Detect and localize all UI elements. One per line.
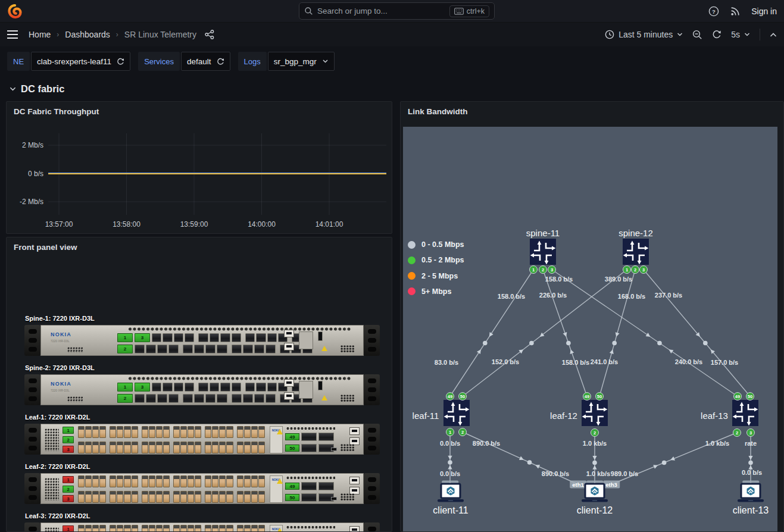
front-panel-device: Spine-2: 7220 IXR-D3LNOKIA7220 IXR-D3L13… <box>24 364 382 405</box>
panel-title[interactable]: DC Fabric Throughput <box>14 107 99 116</box>
client-node[interactable] <box>735 483 766 506</box>
link-midpoint-dot <box>703 341 708 346</box>
qsfp-port <box>183 345 193 353</box>
client-label: client-13 <box>733 505 769 516</box>
panel-title[interactable]: Front panel view <box>14 243 77 252</box>
copper-port <box>244 491 251 503</box>
copper-port <box>237 442 243 453</box>
copper-port <box>117 426 123 438</box>
copper-port <box>99 426 106 438</box>
router-node[interactable] <box>443 400 470 428</box>
switch-dots <box>45 478 59 500</box>
port-badge: 49 <box>583 392 591 400</box>
qsfp-port <box>174 383 183 392</box>
mgmt-port-column <box>284 379 294 400</box>
copper-port <box>251 491 258 503</box>
collapse-chevron-up-icon[interactable] <box>770 32 777 37</box>
router-node[interactable] <box>582 400 608 428</box>
copper-port <box>258 525 265 532</box>
topology-link <box>644 270 750 396</box>
qsfp-port <box>198 383 208 392</box>
router-node[interactable] <box>732 400 758 428</box>
rack-ear <box>24 473 40 504</box>
qsfp-port <box>168 394 179 403</box>
qsfp-port <box>152 333 161 342</box>
link-midpoint-dot <box>566 341 571 346</box>
client-node[interactable] <box>435 483 466 506</box>
port-badge: 2 <box>733 428 741 437</box>
share-icon[interactable] <box>205 30 214 39</box>
panel-title[interactable]: Link Bandwidth <box>408 107 468 116</box>
variable-value-text: default <box>187 57 211 66</box>
help-icon[interactable]: ? <box>708 6 719 17</box>
router-node[interactable] <box>623 239 649 267</box>
legend-label: 2 - 5 Mbps <box>421 272 458 280</box>
qsfp-port <box>198 333 208 342</box>
keyboard-icon <box>454 8 464 15</box>
copper-port <box>149 426 155 438</box>
copper-port <box>188 442 194 453</box>
rack-ear-hole <box>29 477 37 482</box>
qsfp-cage <box>301 482 317 490</box>
news-rss-icon[interactable] <box>730 6 741 17</box>
router-node[interactable] <box>530 239 556 267</box>
refresh-icon[interactable] <box>712 30 721 39</box>
variable-value-logs[interactable]: sr_bgp_mgr <box>268 52 335 71</box>
link-arrow <box>592 465 596 470</box>
search-input[interactable]: Search or jump to... ctrl+k <box>299 2 495 20</box>
switch-dots <box>67 347 83 353</box>
uplink-row: 50 <box>285 493 334 502</box>
variable-value-ne[interactable]: clab-srexperts-leaf11 <box>31 52 130 71</box>
copper-port-grid <box>78 475 268 503</box>
sign-in-button[interactable]: Sign in <box>751 7 777 16</box>
switch-chassis: NOKIA7220 IXR-D3L132 <box>40 325 364 356</box>
keyboard-shortcut-badge: ctrl+k <box>449 5 489 17</box>
port-badge: 2 <box>539 265 547 274</box>
mgmt-rj45-port <box>284 392 294 400</box>
link-rate-label: 389.0 b/s <box>605 276 632 283</box>
copper-port <box>92 491 99 503</box>
variable-label-logs[interactable]: Logs <box>238 52 267 71</box>
port-indicator-column: 123 <box>63 525 74 532</box>
link-rate-label: 152.0 b/s <box>492 358 519 365</box>
variable-value-services[interactable]: default <box>181 52 230 71</box>
copper-port <box>219 475 226 487</box>
copper-port <box>132 491 138 503</box>
port-indicator-column: 123 <box>63 476 74 502</box>
qsfp-port <box>146 394 156 403</box>
switch-model-text: 7220 IXR-D3L <box>51 339 92 343</box>
refresh-interval-picker[interactable]: 5s <box>731 30 750 39</box>
breadcrumb-dashboards[interactable]: Dashboards <box>65 30 110 39</box>
menu-hamburger-icon[interactable] <box>7 30 18 39</box>
router-icon <box>732 400 758 426</box>
router-icon <box>443 400 470 426</box>
client-node[interactable] <box>579 483 610 506</box>
rack-ear <box>24 374 40 405</box>
usb-port <box>331 497 337 500</box>
link-rate-label: 890.0 b/s <box>542 470 569 477</box>
copper-port <box>212 426 218 438</box>
grafana-logo-icon[interactable] <box>7 4 23 19</box>
copper-port <box>110 426 116 438</box>
copper-port <box>195 491 201 503</box>
variable-label-services[interactable]: Services <box>138 52 180 71</box>
mgmt-module <box>299 331 313 349</box>
copper-port <box>117 525 123 532</box>
zoom-out-icon[interactable] <box>692 30 702 40</box>
search-placeholder: Search or jump to... <box>317 7 445 15</box>
copper-port <box>180 491 187 503</box>
qsfp-port <box>194 394 204 403</box>
copper-port <box>132 442 138 453</box>
copper-port <box>244 426 251 438</box>
link-midpoint-dot <box>527 460 532 465</box>
copper-port <box>195 475 201 487</box>
breadcrumb-home[interactable]: Home <box>29 30 51 39</box>
port-indicator: 3 <box>63 495 74 502</box>
variable-label-ne[interactable]: NE <box>7 52 30 71</box>
copper-port <box>124 475 130 487</box>
rack-ear-hole <box>29 446 37 450</box>
copper-port <box>188 525 194 532</box>
legend-color-dot <box>408 287 416 295</box>
time-range-picker[interactable]: Last 5 minutes <box>605 30 683 39</box>
section-header-dc-fabric[interactable]: DC fabric <box>0 76 784 101</box>
